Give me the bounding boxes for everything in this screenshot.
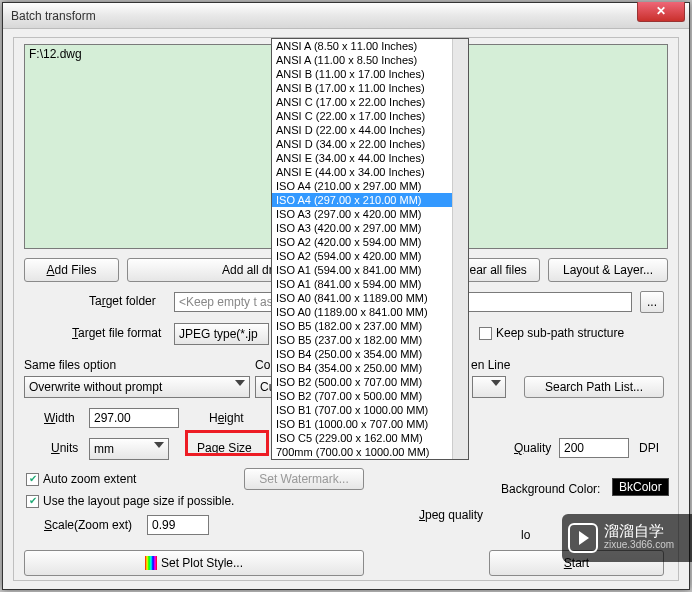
jpeg-quality-label: Jpeg quality [419,508,483,522]
ellipsis-label: ... [647,295,657,309]
height-label: Height [209,411,244,425]
page-size-highlight [185,430,269,456]
layout-size-label: Use the layout page size if possible. [43,494,234,508]
page-size-option[interactable]: ANSI B (11.00 x 17.00 Inches) [272,67,452,81]
page-size-option[interactable]: ANSI C (17.00 x 22.00 Inches) [272,95,452,109]
add-files-button[interactable]: Add Files [24,258,119,282]
chevron-down-icon [235,380,245,386]
page-size-option[interactable]: ISO B4 (354.00 x 250.00 MM) [272,361,452,375]
target-folder-label: Target folder [89,294,156,308]
checkbox-checked-icon: ✔ [26,473,39,486]
en-line-label: en Line [471,358,510,372]
layout-layer-button[interactable]: Layout & Layer... [548,258,668,282]
close-icon: ✕ [656,4,666,18]
page-size-option[interactable]: ISO B2 (500.00 x 707.00 MM) [272,375,452,389]
page-size-option[interactable]: ANSI E (34.00 x 44.00 Inches) [272,151,452,165]
page-size-option[interactable]: ANSI B (17.00 x 11.00 Inches) [272,81,452,95]
keep-subpath-checkbox[interactable]: Keep sub-path structure [479,326,624,340]
browse-folder-button[interactable]: ... [640,291,664,313]
layout-layer-label: Layout & Layer... [563,263,653,277]
set-watermark-button[interactable]: Set Watermark... [244,468,364,490]
page-size-option[interactable]: ISO B1 (1000.00 x 707.00 MM) [272,417,452,431]
window-title: Batch transform [11,9,96,23]
bk-color-swatch[interactable]: BkColor [612,478,669,496]
bk-color-text: BkColor [619,480,662,494]
same-files-label-row: Same files option [24,358,116,372]
page-size-option[interactable]: ANSI E (44.00 x 34.00 Inches) [272,165,452,179]
auto-zoom-checkbox[interactable]: ✔ Auto zoom extent [26,472,136,486]
low-label: lo [521,528,530,542]
page-size-option[interactable]: ISO A0 (1189.00 x 841.00 MM) [272,305,452,319]
quality-input[interactable]: 200 [559,438,629,458]
units-combo[interactable]: mm [89,438,169,460]
page-size-option[interactable]: ISO A2 (594.00 x 420.00 MM) [272,249,452,263]
same-files-value: Overwrite without prompt [29,380,162,394]
page-size-option[interactable]: 700mm (700.00 x 1000.00 MM) [272,445,452,459]
en-line-combo[interactable] [472,376,506,398]
page-size-option[interactable]: ISO A1 (841.00 x 594.00 MM) [272,277,452,291]
chevron-down-icon [154,442,164,448]
page-size-option[interactable]: ANSI D (34.00 x 22.00 Inches) [272,137,452,151]
watermark-badge: 溜溜自学 zixue.3d66.com [562,514,692,562]
add-files-label: dd Files [54,263,96,277]
page-size-option[interactable]: ISO A4 (210.00 x 297.00 MM) [272,179,452,193]
checkbox-box-icon [479,327,492,340]
scrollbar[interactable] [452,39,468,459]
rainbow-icon [145,556,157,570]
page-size-option[interactable]: ISO A0 (841.00 x 1189.00 MM) [272,291,452,305]
page-size-option[interactable]: ISO A3 (420.00 x 297.00 MM) [272,221,452,235]
page-size-option[interactable]: ISO B5 (237.00 x 182.00 MM) [272,333,452,347]
search-path-list-button[interactable]: Search Path List... [524,376,664,398]
auto-zoom-label: Auto zoom extent [43,472,136,486]
scale-input[interactable]: 0.99 [147,515,209,535]
bg-color-label: Background Color: [501,482,600,496]
use-layout-page-size-checkbox[interactable]: ✔ Use the layout page size if possible. [26,494,234,508]
content-area: F:\12.dwg Add Files Add all drawing file… [3,29,689,589]
dpi-label: DPI [639,441,659,455]
same-files-label: Same files option [24,358,116,372]
scale-value: 0.99 [152,518,175,532]
play-icon [568,523,598,553]
page-size-option[interactable]: ISO B2 (707.00 x 500.00 MM) [272,389,452,403]
units-label: Units [51,441,78,455]
quality-label: Quality [514,441,551,455]
watermark-brand: 溜溜自学 [604,524,674,538]
page-size-option[interactable]: ANSI A (11.00 x 8.50 Inches) [272,53,452,67]
width-label: Width [44,411,75,425]
watermark-domain: zixue.3d66.com [604,538,674,552]
page-size-option[interactable]: ISO B4 (250.00 x 354.00 MM) [272,347,452,361]
set-plot-style-label: Set Plot Style... [161,556,243,570]
page-size-option[interactable]: ISO B5 (182.00 x 237.00 MM) [272,319,452,333]
target-file-format-row: Target file format [72,326,161,340]
width-input[interactable]: 297.00 [89,408,179,428]
page-size-dropdown[interactable]: ANSI A (8.50 x 11.00 Inches)ANSI A (11.0… [271,38,469,460]
target-folder-row: Target folder [89,294,156,308]
target-file-format-combo[interactable]: JPEG type(*.jp [174,323,269,345]
page-size-option[interactable]: ISO A4 (297.00 x 210.00 MM) [272,193,452,207]
same-files-combo[interactable]: Overwrite without prompt [24,376,250,398]
batch-transform-window: Batch transform ✕ F:\12.dwg Add Files Ad… [2,2,690,590]
titlebar: Batch transform ✕ [3,3,689,29]
page-size-option[interactable]: ISO B1 (707.00 x 1000.00 MM) [272,403,452,417]
page-size-option[interactable]: ISO A2 (420.00 x 594.00 MM) [272,235,452,249]
page-size-option[interactable]: ISO A3 (297.00 x 420.00 MM) [272,207,452,221]
units-value: mm [94,442,114,456]
page-size-option[interactable]: ANSI A (8.50 x 11.00 Inches) [272,39,452,53]
set-watermark-label: Set Watermark... [259,472,349,486]
page-size-option[interactable]: ANSI C (22.00 x 17.00 Inches) [272,109,452,123]
watermark-text: 溜溜自学 zixue.3d66.com [604,524,674,552]
set-plot-style-button[interactable]: Set Plot Style... [24,550,364,576]
keep-subpath-label: Keep sub-path structure [496,326,624,340]
target-file-format-label: Target file format [72,326,161,340]
target-file-format-value: JPEG type(*.jp [179,327,258,341]
close-button[interactable]: ✕ [637,2,685,22]
page-size-option[interactable]: ISO A1 (594.00 x 841.00 MM) [272,263,452,277]
page-size-option[interactable]: ANSI D (22.00 x 44.00 Inches) [272,123,452,137]
page-size-option[interactable]: ISO C5 (229.00 x 162.00 MM) [272,431,452,445]
inner-panel: F:\12.dwg Add Files Add all drawing file… [13,37,679,581]
chevron-down-icon [491,380,501,386]
search-path-label: Search Path List... [545,380,643,394]
scale-label: Scale(Zoom ext) [44,518,132,532]
width-value: 297.00 [94,411,131,425]
checkbox-checked-icon: ✔ [26,495,39,508]
